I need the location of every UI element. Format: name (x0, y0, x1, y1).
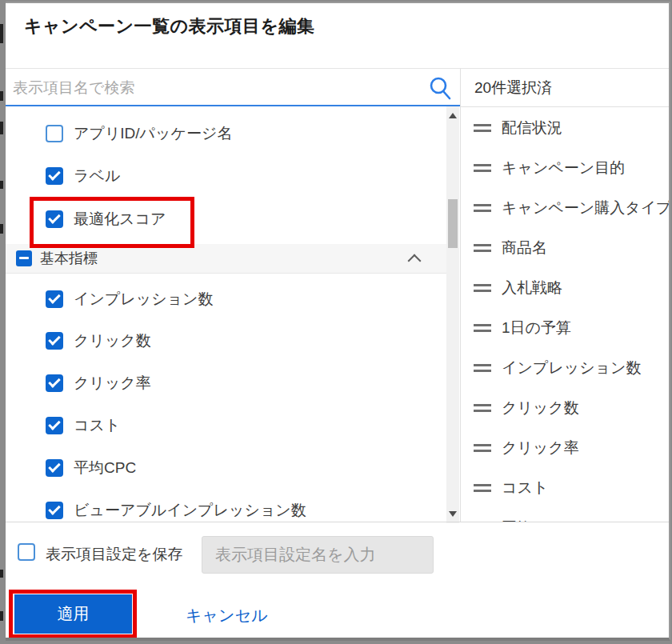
drag-handle-icon[interactable] (474, 444, 491, 452)
selected-item-row[interactable]: 1日の予算 (461, 308, 670, 348)
selected-item-row[interactable]: 商品名 (461, 228, 670, 268)
selected-item-row[interactable]: キャンペーン目的 (461, 148, 670, 188)
selected-panel: 20件選択済 配信状況キャンペーン目的キャンペーン購入タイプ商品名入札戦略1日の… (461, 69, 670, 522)
save-settings-label: 表示項目設定を保存 (46, 544, 182, 565)
selected-item-row[interactable]: 配信状況 (461, 108, 670, 148)
available-item-label: クリック数 (74, 330, 151, 351)
selected-item-row[interactable]: キャンペーン購入タイプ (461, 188, 670, 228)
scroll-up-icon[interactable] (449, 113, 457, 118)
selected-item-row[interactable]: 平均CPC (461, 508, 670, 522)
checkbox-checked-icon[interactable] (46, 332, 63, 350)
page-edge-artifact (0, 24, 3, 43)
available-item-row[interactable]: クリック数 (6, 323, 446, 358)
selected-item-label: コスト (502, 478, 548, 498)
selected-item-label: キャンペーン購入タイプ (502, 198, 670, 218)
checkbox-checked-icon[interactable] (46, 167, 63, 185)
selected-item-row[interactable]: クリック率 (461, 428, 670, 468)
lists-bottom-separator (6, 522, 670, 522)
drag-handle-icon[interactable] (474, 244, 491, 252)
search-input[interactable] (13, 72, 405, 104)
available-item-label: アプリID/パッケージ名 (74, 123, 232, 144)
selected-count-label: 20件選択済 (474, 78, 552, 98)
available-item-row[interactable]: ラベル (6, 158, 446, 194)
selected-item-label: 1日の予算 (502, 318, 571, 338)
selected-item-row[interactable]: コスト (461, 468, 670, 508)
page-edge-artifact (0, 611, 3, 621)
selected-item-label: 配信状況 (502, 118, 562, 138)
annotation-box-apply (9, 590, 137, 638)
selected-item-row[interactable]: インプレッション数 (461, 348, 670, 388)
available-item-label: ラベル (74, 166, 120, 186)
drag-handle-icon[interactable] (474, 164, 491, 172)
checkbox-indeterminate-icon[interactable] (16, 250, 32, 266)
edit-columns-dialog: キャンペーン一覧の表示項目を編集 アプリID/パッケージ名ラベル最適化スコア基本… (6, 2, 670, 641)
save-settings-checkbox[interactable] (18, 543, 35, 561)
checkbox-checked-icon[interactable] (46, 374, 63, 392)
page-edge-artifact (0, 91, 3, 101)
available-item-label: クリック率 (74, 373, 151, 394)
available-item-label: ビューアブルインプレッション数 (74, 500, 306, 521)
checkbox-unchecked-icon[interactable] (46, 125, 63, 142)
section-label: 基本指標 (40, 249, 98, 268)
drag-handle-icon[interactable] (474, 484, 491, 492)
section-separator (6, 273, 446, 274)
page-edge-artifact (0, 224, 3, 234)
drag-handle-icon[interactable] (474, 284, 491, 292)
selected-item-label: 入札戦略 (502, 278, 562, 298)
save-name-input[interactable] (202, 536, 434, 574)
drag-handle-icon[interactable] (474, 124, 491, 132)
available-section-row[interactable]: 基本指標 (6, 244, 446, 273)
available-item-row[interactable]: アプリID/パッケージ名 (6, 116, 446, 151)
selected-item-label: キャンペーン目的 (502, 158, 625, 178)
chevron-up-icon[interactable] (408, 254, 422, 268)
available-item-row[interactable]: ビューアブルインプレッション数 (6, 493, 446, 523)
available-item-label: インプレッション数 (74, 289, 214, 310)
available-item-row[interactable]: 平均CPC (6, 450, 446, 486)
selected-item-label: クリック率 (502, 438, 579, 458)
drag-handle-icon[interactable] (474, 204, 491, 212)
available-item-label: コスト (74, 415, 120, 436)
selected-item-label: インプレッション数 (502, 358, 642, 378)
drag-handle-icon[interactable] (474, 364, 491, 372)
checkbox-checked-icon[interactable] (46, 290, 63, 308)
search-icon[interactable] (428, 75, 452, 101)
drag-handle-icon[interactable] (474, 324, 491, 332)
annotation-box-optimization-score (30, 197, 194, 248)
selected-count-header: 20件選択済 (461, 69, 670, 107)
drag-handle-icon[interactable] (474, 404, 491, 412)
selected-item-label: 商品名 (502, 238, 547, 258)
page-edge-artifact (0, 181, 3, 189)
available-item-row[interactable]: インプレッション数 (6, 282, 446, 317)
checkbox-checked-icon[interactable] (46, 417, 63, 434)
page-edge-artifact (0, 570, 3, 578)
available-item-row[interactable]: コスト (6, 408, 446, 443)
available-item-label: 平均CPC (74, 458, 136, 478)
available-list: アプリID/パッケージ名ラベル最適化スコア基本指標インプレッション数クリック数ク… (6, 106, 446, 523)
cancel-link[interactable]: キャンセル (186, 605, 267, 626)
selected-item-label: クリック数 (502, 398, 579, 418)
checkbox-checked-icon[interactable] (46, 459, 63, 477)
scrollbar-thumb[interactable] (448, 199, 458, 248)
checkbox-checked-icon[interactable] (46, 502, 63, 519)
dialog-title: キャンペーン一覧の表示項目を編集 (24, 14, 315, 38)
available-item-row[interactable]: クリック率 (6, 366, 446, 401)
page-edge-artifact (0, 122, 3, 134)
scroll-down-icon[interactable] (449, 511, 457, 517)
selected-item-row[interactable]: クリック数 (461, 388, 670, 428)
selected-item-row[interactable]: 入札戦略 (461, 268, 670, 308)
available-list-scrollbar[interactable] (446, 106, 459, 523)
page-edge-overlay (0, 0, 6, 644)
